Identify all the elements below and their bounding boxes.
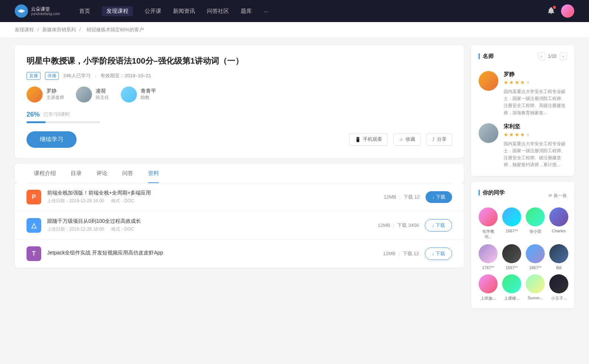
resource-title-2: 跟随千万级项目从0到100全过程高效成长	[47, 218, 372, 225]
classmate-8-name: Bill	[556, 265, 562, 270]
teachers-list: 罗静 主讲老师 凌荷 班主任	[27, 86, 452, 103]
refresh-classmates-button[interactable]: ⟳ 换一换	[549, 193, 567, 199]
classmate-6[interactable]: 1567**	[502, 244, 521, 270]
resource-list: P 前端全栈加强版！前端全栈+全周期+多端应用 上传日期：2019-12-28 …	[15, 183, 464, 268]
download-button-3[interactable]: ↓ 下载	[425, 247, 452, 260]
progress-bar-bg	[27, 121, 100, 123]
breadcrumb-series[interactable]: 新媒体营销系列	[42, 27, 76, 32]
classmate-2[interactable]: 1567**	[502, 207, 521, 240]
tab-intro[interactable]: 课程介绍	[27, 164, 63, 183]
tab-resource[interactable]: 资料	[141, 164, 166, 183]
sidebar-teacher-1-stars: ★ ★ ★ ★ ★	[504, 79, 567, 85]
resource-info-1: 前端全栈加强版！前端全栈+全周期+多端应用 上传日期：2019-12-28 16…	[47, 190, 378, 204]
valid-until: 有效期至：2019–10–21	[100, 72, 151, 79]
classmate-10[interactable]: 上课楼...	[502, 274, 521, 301]
teacher-3: 青青平 助教	[121, 86, 156, 103]
teacher-2: 凌荷 班主任	[76, 86, 109, 103]
logo-name: 云朵课堂	[31, 6, 60, 12]
nav-open[interactable]: 公开课	[145, 6, 161, 16]
classmate-12[interactable]: 小王子...	[549, 274, 568, 301]
sidebar-teacher-2: 宋利坚 ★ ★ ★ ★ ★ 国内某重点大学安全工程专业硕士，国家一级注册消防工程…	[479, 123, 567, 169]
classmate-2-avatar	[502, 207, 521, 226]
classmate-8-avatar	[549, 244, 568, 263]
classmate-10-name: 上课楼...	[504, 296, 519, 301]
classmate-3[interactable]: 张小田	[526, 207, 545, 240]
nav-discover[interactable]: 发现课程	[102, 6, 133, 16]
notification-bell[interactable]	[547, 7, 555, 16]
classmate-3-avatar	[526, 207, 545, 226]
sidebar-teacher-1-avatar	[479, 71, 498, 91]
breadcrumb-discover[interactable]: 发现课程	[15, 27, 34, 32]
course-title: 明星中教授课，小学阶段语法100分–强化级第1讲动词（一）	[27, 56, 452, 67]
download-button-2[interactable]: ↓ 下载	[425, 219, 452, 232]
resource-stats-1: 12MB | 下载 12	[384, 194, 419, 200]
classmate-7-name: 1867**	[529, 265, 541, 270]
classmate-9[interactable]: 上班族...	[479, 274, 498, 301]
classmate-1[interactable]: 化学教书...	[479, 207, 498, 240]
continue-learning-button[interactable]: 继续学习	[27, 131, 77, 148]
breadcrumb: 发现课程 / 新媒体营销系列 / 销冠修炼术搞定80%的客户	[0, 22, 589, 38]
classmate-7[interactable]: 1867**	[526, 244, 545, 270]
sidebar-area: 名师 ‹ 1/10 › 罗静 ★	[471, 45, 574, 314]
collect-button[interactable]: ☆ 收藏	[394, 133, 421, 146]
prev-teacher-button[interactable]: ‹	[538, 53, 545, 60]
progress-percent: 26%	[27, 111, 40, 118]
resource-stats-3: 12MB | 下载 12	[383, 250, 419, 257]
classmates-card: 你的同学 ⟳ 换一换 化学教书... 156	[471, 182, 574, 308]
course-meta: 直播 录播 246人已学习 · 有效期至：2019–10–21	[27, 72, 452, 80]
share-icon: ⤴	[432, 137, 435, 142]
classmate-5[interactable]: 1767**	[479, 244, 498, 270]
classmate-12-avatar	[549, 274, 568, 293]
classmate-8[interactable]: Bill	[549, 244, 568, 270]
nav-news[interactable]: 新闻资讯	[173, 6, 195, 16]
nav-home[interactable]: 首页	[79, 6, 90, 16]
resource-icon-2: △	[27, 218, 41, 233]
resource-item-2: △ 跟随千万级项目从0到100全过程高效成长 上传日期：2019-12-28 1…	[15, 211, 464, 240]
resource-date-2: 上传日期：2019-12-28 16:00 格式：DOC	[47, 226, 372, 232]
logo-sub: yundoketang.com	[31, 12, 60, 16]
mobile-icon: 📱	[355, 137, 361, 142]
classmate-4-avatar	[549, 207, 568, 226]
nav-right	[547, 4, 574, 18]
teacher-1-name: 罗静	[46, 88, 64, 94]
svg-point-0	[20, 10, 22, 12]
teacher-page: 1/10	[548, 54, 557, 59]
classmate-5-name: 1767**	[482, 265, 494, 270]
tab-review[interactable]: 评论	[89, 164, 115, 183]
teacher-3-name: 青青平	[141, 88, 156, 94]
resource-item-3: T Jetpack全组件实战 开发短视频应用高仿皮皮虾App 12MB | 下载…	[15, 240, 464, 268]
progress-desc: 已学习0课时	[43, 111, 70, 118]
tabs-card: 课程介绍 目录 评论 问答 资料	[15, 164, 464, 183]
share-label: 分享	[437, 136, 447, 143]
tab-qa[interactable]: 问答	[115, 164, 141, 183]
classmate-1-name: 化学教书...	[479, 229, 498, 240]
nav-more[interactable]: ···	[264, 7, 268, 16]
sidebar-teacher-2-stars: ★ ★ ★ ★ ★	[504, 132, 567, 138]
resource-date-1: 上传日期：2019-12-28 16:00 格式：DOC	[47, 198, 378, 204]
classmates-title: 你的同学	[479, 189, 505, 196]
sidebar-teacher-1-name: 罗静	[504, 71, 567, 78]
download-button-1[interactable]: ↓ 下载	[426, 191, 452, 203]
share-button[interactable]: ⤴ 分享	[427, 133, 452, 146]
resource-info-3: Jetpack全组件实战 开发短视频应用高仿皮皮虾App	[47, 250, 377, 258]
classmate-2-name: 1567**	[505, 229, 518, 233]
resource-icon-1: P	[27, 190, 41, 204]
resource-icon-3: T	[27, 246, 41, 261]
logo[interactable]: 云朵课堂 yundoketang.com	[15, 4, 60, 18]
teachers-card: 名师 ‹ 1/10 › 罗静 ★	[471, 45, 574, 176]
resource-stats-2: 12MB | 下载 3456	[378, 222, 419, 229]
next-teacher-button[interactable]: ›	[560, 53, 567, 60]
classmate-11[interactable]: Summ...	[526, 274, 545, 301]
user-avatar[interactable]	[561, 4, 574, 18]
classmate-11-name: Summ...	[528, 296, 543, 300]
nav-exam[interactable]: 题库	[241, 6, 252, 16]
course-header-card: 明星中教授课，小学阶段语法100分–强化级第1讲动词（一） 直播 录播 246人…	[15, 45, 464, 158]
collect-label: 收藏	[406, 136, 415, 143]
tab-catalog[interactable]: 目录	[63, 164, 89, 183]
nav-qa[interactable]: 问答社区	[207, 6, 229, 16]
main-layout: 明星中教授课，小学阶段语法100分–强化级第1讲动词（一） 直播 录播 246人…	[0, 38, 589, 322]
progress-section: 26% 已学习0课时	[27, 111, 452, 123]
mobile-view-button[interactable]: 📱 手机观看	[349, 133, 388, 146]
classmate-4[interactable]: Charles	[549, 207, 568, 240]
badge-rec: 录播	[45, 72, 59, 80]
